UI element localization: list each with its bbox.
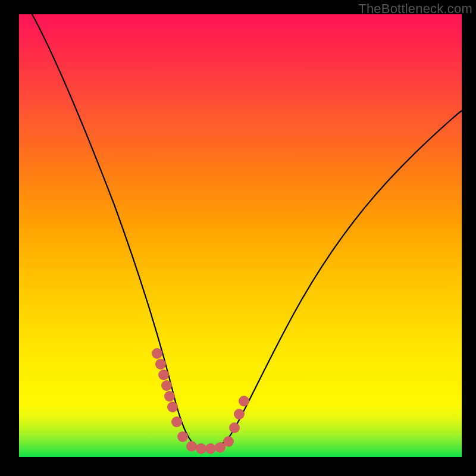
dot: [229, 422, 240, 433]
chart-frame: TheBottleneck.com: [0, 0, 476, 476]
dot: [205, 443, 216, 454]
bottleneck-curve: [32, 14, 462, 449]
dot: [234, 409, 245, 419]
dot: [223, 436, 234, 447]
dot: [239, 396, 249, 406]
watermark-text: TheBottleneck.com: [358, 1, 472, 17]
dot: [177, 431, 188, 442]
curve-layer: [19, 14, 462, 457]
dot: [186, 441, 197, 452]
dot: [152, 348, 162, 359]
dot: [167, 402, 178, 412]
dot: [161, 380, 172, 391]
dot: [164, 391, 175, 402]
dot: [196, 443, 206, 454]
plot-area: [19, 14, 462, 457]
dot: [171, 416, 182, 427]
dot: [158, 369, 169, 380]
dot: [155, 359, 166, 369]
highlight-dots-group: [152, 348, 249, 454]
